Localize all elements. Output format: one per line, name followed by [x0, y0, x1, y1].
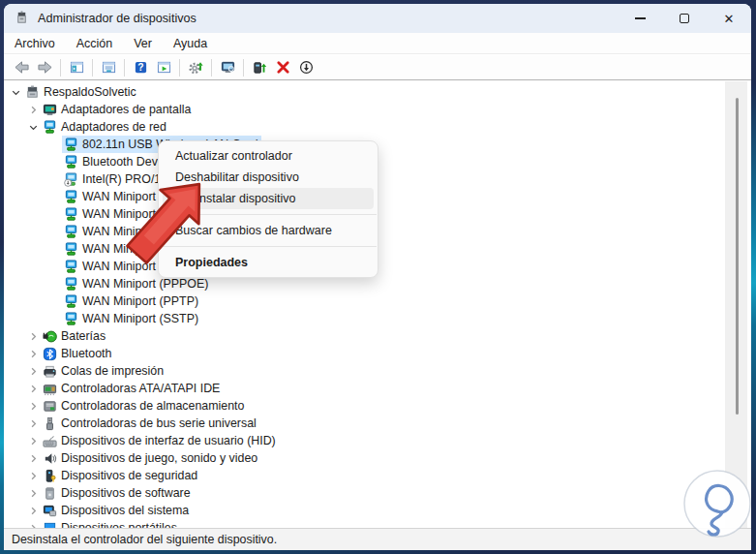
- close-button[interactable]: ✕: [707, 4, 751, 33]
- chevron-collapsed-icon[interactable]: [25, 503, 41, 518]
- network-adapter-icon: [42, 119, 57, 135]
- title-bar: Administrador de dispositivos ✕: [4, 4, 751, 33]
- chevron-collapsed-icon[interactable]: [25, 102, 41, 117]
- chevron-collapsed-icon[interactable]: [25, 381, 41, 396]
- maximize-button[interactable]: [662, 4, 707, 33]
- tree-item-wan-miniport-sstp[interactable]: WAN Miniport (SSTP): [4, 310, 720, 327]
- tree-item-label: Dispositivos de seguridad: [61, 467, 197, 484]
- tree-item-label: Dispositivos del sistema: [61, 502, 189, 519]
- tree-item-label: Dispositivos de juego, sonido y video: [61, 449, 257, 467]
- tree-item-dispositivos-de-software[interactable]: Dispositivos de software: [4, 484, 720, 502]
- chevron-collapsed-icon[interactable]: [25, 485, 41, 501]
- device-row-content[interactable]: RespaldoSolvetic: [23, 83, 139, 101]
- device-row-content[interactable]: Dispositivos de juego, sonido y video: [41, 449, 260, 467]
- device-row-content[interactable]: Dispositivos de seguridad: [41, 467, 200, 484]
- disable-device-icon: [299, 60, 314, 75]
- portable-device-icon: [42, 520, 57, 528]
- back-button[interactable]: [10, 57, 33, 78]
- tree-item-label: Colas de impresión: [61, 362, 164, 380]
- chevron-expanded-icon[interactable]: [8, 84, 23, 100]
- device-row-content[interactable]: Controladoras de bus serie universal: [41, 415, 259, 432]
- tree-item-label: Bluetooth: [61, 345, 111, 362]
- chevron-spacer: [46, 189, 62, 204]
- menu-ver[interactable]: Ver: [123, 33, 163, 53]
- menu-archivo[interactable]: Archivo: [4, 33, 66, 53]
- chevron-collapsed-icon[interactable]: [25, 468, 41, 483]
- device-row-content[interactable]: Adaptadores de red: [41, 118, 169, 136]
- device-row-content[interactable]: Colas de impresión: [41, 362, 166, 380]
- tree-item-respaldosolvetic[interactable]: RespaldoSolvetic: [4, 83, 720, 101]
- device-row-content[interactable]: Bluetooth: [41, 345, 114, 362]
- maximize-icon: [680, 14, 689, 23]
- scan-hardware-button[interactable]: [184, 57, 207, 78]
- disable-device-button[interactable]: [294, 57, 318, 78]
- menu-ayuda[interactable]: Ayuda: [163, 33, 218, 53]
- remote-computer-icon: [221, 60, 235, 75]
- action-pane-button[interactable]: [152, 57, 175, 78]
- chevron-collapsed-icon[interactable]: [25, 363, 41, 379]
- device-row-content[interactable]: Controladoras ATA/ATAPI IDE: [41, 380, 223, 397]
- remote-computer-button[interactable]: [216, 57, 239, 78]
- forward-icon: [38, 60, 52, 75]
- device-row-content[interactable]: WAN Miniport (SSTP): [62, 310, 201, 327]
- properties-button[interactable]: [97, 57, 120, 78]
- annotation-arrow: [114, 180, 203, 273]
- screenshot-frame: Administrador de dispositivos ✕ ArchivoA…: [0, 0, 756, 554]
- toolbar-separator: [124, 59, 125, 77]
- window-controls: ✕: [618, 4, 751, 33]
- tree-item-dispositivos-de-seguridad[interactable]: Dispositivos de seguridad: [4, 467, 720, 484]
- tree-item-dispositivos-del-sistema[interactable]: Dispositivos del sistema: [4, 502, 720, 519]
- device-row-content[interactable]: Controladoras de almacenamiento: [41, 397, 247, 415]
- menu-accion[interactable]: Acción: [66, 33, 124, 53]
- tree-item-colas-de-impresion[interactable]: Colas de impresión: [4, 362, 720, 380]
- device-row-content[interactable]: Dispositivos de interfaz de usuario (HID…: [41, 432, 279, 449]
- console-tree-button[interactable]: [65, 57, 88, 78]
- chevron-spacer: [46, 276, 62, 292]
- toolbar-separator: [211, 59, 212, 77]
- console-tree-icon: [70, 60, 84, 75]
- chevron-collapsed-icon[interactable]: [25, 450, 41, 466]
- chevron-spacer: [46, 259, 62, 274]
- tree-item-dispositivos-de-interfaz-de-usuario-hid[interactable]: Dispositivos de interfaz de usuario (HID…: [4, 432, 720, 449]
- network-adapter-icon: [63, 311, 78, 326]
- tree-item-baterias[interactable]: Baterías: [4, 327, 720, 345]
- forward-button[interactable]: [33, 57, 56, 78]
- network-adapter-icon: [63, 224, 78, 239]
- tree-item-adaptadores-de-red[interactable]: Adaptadores de red: [4, 118, 720, 136]
- device-row-content[interactable]: Dispositivos de software: [41, 484, 194, 502]
- device-row-content[interactable]: Adaptadores de pantalla: [41, 101, 194, 118]
- network-adapter-warning-icon: [63, 171, 78, 187]
- chevron-spacer: [46, 311, 62, 326]
- chevron-collapsed-icon[interactable]: [25, 433, 41, 448]
- tree-item-controladoras-de-almacenamiento[interactable]: Controladoras de almacenamiento: [4, 397, 720, 415]
- context-menu-item-actualizar-controlador[interactable]: Actualizar controlador: [163, 145, 374, 167]
- tree-item-dispositivos-portatiles[interactable]: Dispositivos portátiles: [4, 519, 720, 528]
- system-device-icon: [42, 503, 57, 518]
- chevron-collapsed-icon[interactable]: [25, 346, 41, 361]
- chevron-collapsed-icon[interactable]: [25, 520, 41, 528]
- device-row-content[interactable]: WAN Miniport (PPTP): [62, 292, 201, 310]
- status-bar: Desinstala el controlador del siguiente …: [4, 528, 751, 550]
- tree-item-wan-miniport-pptp[interactable]: WAN Miniport (PPTP): [4, 292, 720, 310]
- toolbar: ?: [4, 55, 751, 80]
- tree-item-controladoras-de-bus-serie-universal[interactable]: Controladoras de bus serie universal: [4, 415, 720, 432]
- tree-item-dispositivos-de-juego-sonido-y-video[interactable]: Dispositivos de juego, sonido y video: [4, 449, 720, 467]
- minimize-button[interactable]: [618, 4, 662, 33]
- chevron-expanded-icon[interactable]: [25, 119, 41, 135]
- update-driver-button[interactable]: [248, 57, 271, 78]
- scrollbar-thumb[interactable]: [736, 98, 739, 415]
- device-row-content[interactable]: Dispositivos del sistema: [41, 502, 192, 519]
- tree-item-bluetooth[interactable]: Bluetooth: [4, 345, 720, 362]
- vertical-scrollbar[interactable]: [725, 81, 747, 528]
- help-button[interactable]: ?: [129, 57, 152, 78]
- uninstall-device-button[interactable]: [271, 57, 294, 78]
- chevron-collapsed-icon[interactable]: [25, 328, 41, 344]
- device-row-content[interactable]: Baterías: [41, 327, 108, 345]
- chevron-spacer: [46, 241, 62, 257]
- menu-bar: ArchivoAcciónVerAyuda: [4, 33, 751, 54]
- chevron-collapsed-icon[interactable]: [25, 398, 41, 414]
- tree-item-adaptadores-de-pantalla[interactable]: Adaptadores de pantalla: [4, 101, 720, 118]
- tree-item-controladoras-ata-atapi-ide[interactable]: Controladoras ATA/ATAPI IDE: [4, 380, 720, 397]
- device-row-content[interactable]: Dispositivos portátiles: [41, 519, 180, 528]
- chevron-collapsed-icon[interactable]: [25, 416, 41, 431]
